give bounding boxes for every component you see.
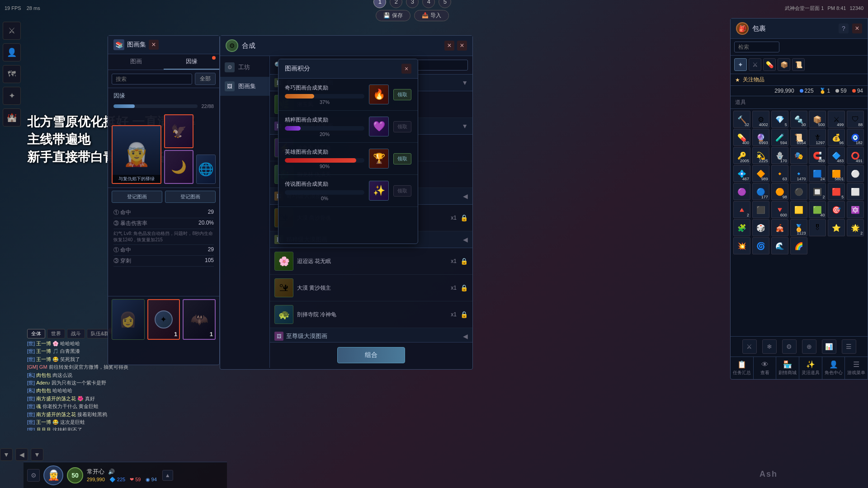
bag-item-3[interactable]: 🔩30 (790, 111, 807, 128)
filter-mat[interactable]: 📦 (778, 58, 790, 71)
bag-action-sort[interactable]: 📊 (822, 339, 836, 354)
score-modal-close-button[interactable]: × (401, 64, 411, 74)
bag-item-43[interactable]: 🎲 (752, 219, 769, 236)
bag-item-4[interactable]: 📦500 (809, 111, 826, 128)
bag-item-29[interactable]: 🔵177 (752, 183, 769, 200)
save-button[interactable]: 💾 保存 (376, 10, 410, 21)
bag-item-47[interactable]: ⭐ (828, 219, 845, 236)
register-button-2[interactable]: 登记图画 (165, 191, 216, 203)
bag-item-40[interactable]: 🎯 (828, 201, 845, 218)
tab-2[interactable]: 2 (390, 0, 402, 8)
filter-all[interactable]: ✦ (734, 58, 747, 71)
bag-item-13[interactable]: 🧿182 (847, 129, 864, 146)
bag-item-48[interactable]: 🌟2 (847, 219, 864, 236)
bag-item-19[interactable]: 🔷483 (828, 147, 845, 164)
bag-item-9[interactable]: 🧪594 (771, 129, 788, 146)
bag-item-31[interactable]: ⚫ (790, 183, 807, 200)
bag-item-28[interactable]: 🟣 (733, 183, 750, 200)
tab-3[interactable]: 3 (406, 0, 419, 8)
tab-5[interactable]: 5 (439, 0, 451, 8)
bag-item-26[interactable]: 🟧5801 (828, 165, 845, 182)
bag-item-27[interactable]: ⚪ (847, 165, 864, 182)
bag-item-24[interactable]: 🔹1470 (790, 165, 807, 182)
bag-item-30[interactable]: 🟠98 (771, 183, 788, 200)
bag-item-51[interactable]: 🌊 (771, 237, 788, 254)
tab-gallery[interactable]: 图画 (108, 54, 164, 70)
tab-1[interactable]: 1 (373, 0, 386, 8)
bag-item-38[interactable]: 🟨 (790, 201, 807, 218)
bottom-char-2[interactable]: ✦ 1 (147, 299, 180, 340)
bag-item-5[interactable]: ⚔499 (828, 111, 845, 128)
chevron-down-icon[interactable]: ▼ (31, 448, 43, 461)
register-button-1[interactable]: 登记图画 (112, 191, 162, 203)
collect-btn-yingxiong[interactable]: 领取 (393, 153, 411, 164)
bag-item-20[interactable]: ⭕491 (847, 147, 864, 164)
toggle-icon[interactable]: ◀ (15, 448, 28, 461)
bag-btab-char[interactable]: 👤 角色中心 (822, 357, 845, 379)
bag-item-11[interactable]: 🗡1297 (809, 129, 826, 146)
bag-item-52[interactable]: 🌈 (790, 237, 807, 254)
bag-item-37[interactable]: 🔻600 (771, 201, 788, 218)
bag-item-46[interactable]: 🎖 (809, 219, 826, 236)
synthesize-button[interactable]: 组合 (337, 347, 405, 363)
bag-btab-view[interactable]: 👁 查看 (754, 357, 777, 379)
synth-nav-workshop[interactable]: ⚙ 工坊 (220, 58, 269, 77)
bag-action-expand[interactable]: ⊕ (802, 339, 816, 354)
tab-4[interactable]: 4 (422, 0, 435, 8)
bag-btab-menu[interactable]: ☰ 游戏菜单 (845, 357, 868, 379)
bag-item-32[interactable]: 🔲2 (809, 183, 826, 200)
bag-item-1[interactable]: ⚙4002 (752, 111, 769, 128)
chat-tab-combat[interactable]: 战斗 (67, 329, 85, 338)
bag-btab-shop[interactable]: 🏪 剧情商城 (776, 357, 799, 379)
filter-equip[interactable]: ⚔ (749, 58, 761, 71)
bag-item-0[interactable]: 🔨32 (733, 111, 750, 128)
bag-item-14[interactable]: 🔑2005 (733, 147, 750, 164)
bag-item-45[interactable]: 🏅1123 (790, 219, 807, 236)
bag-item-18[interactable]: 🧲489 (809, 147, 826, 164)
filter-misc[interactable]: 📜 (792, 58, 805, 71)
bag-item-36[interactable]: ⬛ (752, 201, 769, 218)
bag-item-10[interactable]: 📜6554 (790, 129, 807, 146)
bag-action-gear[interactable]: ⚙ (782, 339, 797, 354)
bag-item-49[interactable]: 💥 (733, 237, 750, 254)
tab-affinity[interactable]: 因缘 (164, 54, 219, 70)
char-card-orb[interactable]: 🌐 (196, 155, 216, 184)
bag-item-34[interactable]: ⬜ (847, 183, 864, 200)
bag-item-42[interactable]: 🧩 (733, 219, 750, 236)
char-card-main[interactable]: 🧝 与复仇焰下的驿绿 (112, 125, 161, 184)
gallery-filter-dropdown[interactable]: 全部 (195, 73, 216, 85)
settings-button[interactable]: ⚙ (27, 469, 40, 482)
bag-close-button[interactable]: × (852, 23, 862, 33)
bag-item-25[interactable]: 🟦24 (809, 165, 826, 182)
bag-item-21[interactable]: 💠467 (733, 165, 750, 182)
expand-button[interactable]: ▲ (162, 470, 173, 481)
filter-icon[interactable]: ▼ (0, 448, 13, 461)
gallery-search-input[interactable] (112, 74, 192, 84)
bag-item-50[interactable]: 🌀 (752, 237, 769, 254)
synthesis-close-x[interactable]: × (444, 41, 454, 51)
filter-item[interactable]: 💊 (763, 58, 776, 71)
bag-item-7[interactable]: 💊400 (733, 129, 750, 146)
char-card-secondary-2[interactable]: 🌙 (164, 150, 193, 184)
bag-item-35[interactable]: 🔺2 (733, 201, 750, 218)
bag-item-17[interactable]: 🎭 (790, 147, 807, 164)
bag-item-44[interactable]: 🎪 (771, 219, 788, 236)
recipe-shalingling[interactable]: 🏜 大漠 黄沙领主 x1 🔒 (270, 275, 472, 301)
recipe-lengshengui[interactable]: 🐢 剖择寺院 冷神龟 x1 🔒 (270, 301, 472, 328)
chat-tab-all[interactable]: 全体 (27, 329, 45, 338)
bag-item-22[interactable]: 🔶989 (752, 165, 769, 182)
bag-action-star[interactable]: ❄ (762, 339, 777, 354)
section-dizun-desert[interactable]: 🖼 至尊级大漠图画 ◀ (270, 328, 472, 342)
bottom-char-3[interactable]: 🦇 1 (183, 299, 216, 340)
char-card-secondary-1[interactable]: 🦅 (164, 114, 193, 148)
bag-btab-spirit[interactable]: ✨ 灵活道具 (799, 357, 822, 379)
bag-item-6[interactable]: 🛡88 (847, 111, 864, 128)
bag-item-33[interactable]: 🟥5 (828, 183, 845, 200)
sidebar-char-icon[interactable]: 👤 (3, 43, 21, 61)
bag-item-15[interactable]: 💫2225 (752, 147, 769, 164)
bag-help-button[interactable]: ? (839, 23, 849, 33)
bag-item-39[interactable]: 🟩40 (809, 201, 826, 218)
synth-nav-gallery[interactable]: 🖼 图画集 (220, 77, 269, 96)
chat-tab-world[interactable]: 世界 (47, 329, 65, 338)
bag-item-23[interactable]: 🔸63 (771, 165, 788, 182)
